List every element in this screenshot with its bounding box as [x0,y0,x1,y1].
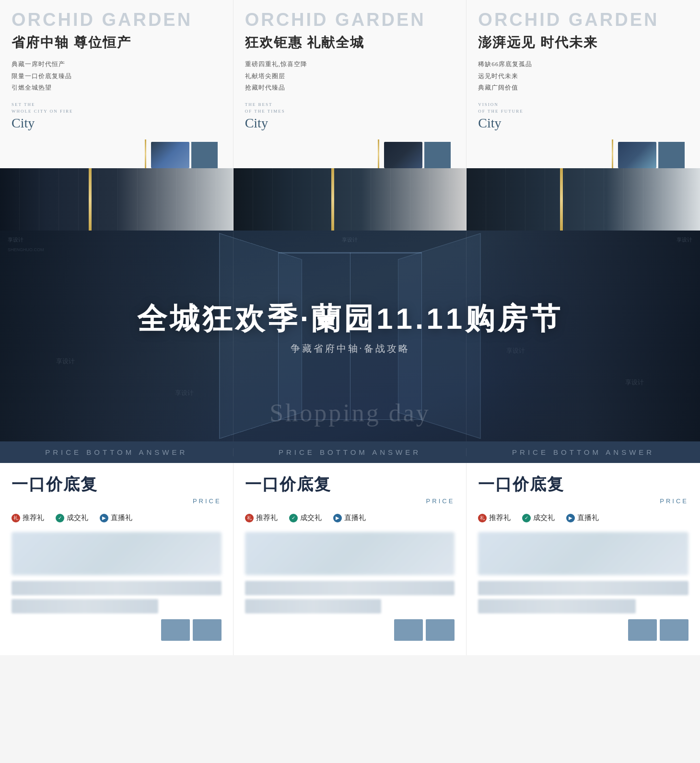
price-en-3: PRICE [478,497,688,505]
arch-art-3 [467,168,700,231]
gold-accent-1 [89,168,92,231]
city-thumb-3 [618,142,656,168]
gift-icon-blue-1: ▶ [100,514,108,522]
price-title-3: 一口价底复 [478,474,688,496]
gift-label-3-1: 推荐礼 [489,513,511,522]
banner-content: 全城狂欢季·蘭园11.11购房节 争藏省府中轴·备战攻略 [0,231,700,441]
sub-item-3-1: 稀缺66席底复孤品 [478,58,688,70]
pba-cell-1: PRICE BOTTOM ANSWER [0,448,233,456]
gift-row-2: 礼 推荐礼 ✓ 成交礼 ▶ 直播礼 [245,513,455,522]
gift-icon-blue-2: ▶ [333,514,342,522]
orchid-title-2: ORCHID GARDEN [245,11,455,29]
gold-line-2 [378,139,379,168]
gift-label-2-2: 成交礼 [300,513,322,522]
sub-item-1-2: 限量一口价底复臻品 [12,70,222,82]
gift-icon-teal-2: ✓ [289,514,298,522]
blurred-small-1b [12,599,158,613]
card-1: ORCHID GARDEN 省府中轴 尊位恒产 典藏一席时代恒产 限量一口价底复… [0,0,233,231]
city-script-2: City [245,116,455,131]
gift-icon-red-1: 礼 [12,514,20,522]
gift-label-1-3: 直播礼 [111,513,132,522]
gift-icon-blue-3: ▶ [566,514,575,522]
city-thumb-2 [384,142,422,168]
gift-item-2-3: ▶ 直播礼 [333,513,366,522]
sub-item-2-3: 抢藏时代臻品 [245,82,455,94]
thumb-sq-1a [161,619,190,641]
bottom-card-2: 一口价底复 PRICE 礼 推荐礼 ✓ 成交礼 ▶ 直播礼 [233,463,467,655]
gift-item-1-1: 礼 推荐礼 [12,513,44,522]
blurred-content-2 [245,532,455,575]
sub-item-2-2: 礼献塔尖圈层 [245,70,455,82]
thumb-pair-3 [478,619,688,641]
gold-line-1 [145,139,146,168]
gold-accent-2 [331,168,334,231]
price-en-2: PRICE [245,497,455,505]
thumb-pair-1 [12,619,222,641]
sub-item-3-2: 远见时代未来 [478,70,688,82]
sub-items-3: 稀缺66席底复孤品 远见时代未来 典藏广阔价值 [478,58,688,94]
en-subtitle-3: VISION OF THE FUTURE [478,102,688,115]
arch-strip-3 [467,168,700,231]
banner-sub-title: 争藏省府中轴·备战攻略 [291,342,410,355]
gift-item-1-3: ▶ 直播礼 [100,513,132,522]
thumb-pair-2 [245,619,455,641]
orchid-title-1: ORCHID GARDEN [12,11,222,29]
orchid-title-3: ORCHID GARDEN [478,11,688,29]
pba-cell-2: PRICE BOTTOM ANSWER [233,448,467,456]
gift-row-3: 礼 推荐礼 ✓ 成交礼 ▶ 直播礼 [478,513,688,522]
price-en-1: PRICE [12,497,222,505]
blue-sq-2 [424,142,451,168]
arch-art-1 [0,168,233,231]
thumb-sq-1b [193,619,222,641]
arch-art-2 [233,168,467,231]
room-lines-3 [467,168,700,231]
thumb-sq-2b [426,619,455,641]
card-3: ORCHID GARDEN 澎湃远见 时代未来 稀缺66席底复孤品 远见时代未来… [467,0,700,231]
price-title-2: 一口价底复 [245,474,455,496]
price-title-1: 一口价底复 [12,474,222,496]
bottom-section: 一口价底复 PRICE 礼 推荐礼 ✓ 成交礼 ▶ 直播礼 一口价底复 PRI [0,463,700,655]
banner-main-title: 全城狂欢季·蘭园11.11购房节 [137,302,563,335]
arch-strip-1 [0,168,233,231]
sub-item-1-3: 引燃全城热望 [12,82,222,94]
thumb-row-1 [12,136,222,168]
city-script-3: City [478,116,688,131]
gift-item-2-1: 礼 推荐礼 [245,513,278,522]
gift-icon-red-2: 礼 [245,514,254,522]
banner-section: 享设计 SHENGHUO.COM 享设计 享设计 [0,231,700,441]
gift-icon-teal-3: ✓ [522,514,531,522]
main-title-3: 澎湃远见 时代未来 [478,34,688,52]
thumb-row-3 [478,136,688,168]
card-1-top: ORCHID GARDEN 省府中轴 尊位恒产 典藏一席时代恒产 限量一口价底复… [0,0,233,168]
pba-bar: PRICE BOTTOM ANSWER PRICE BOTTOM ANSWER … [0,441,700,463]
blurred-small-2b [245,599,381,613]
blurred-small-1a [12,581,222,595]
room-lines-1 [0,168,233,231]
gift-label-1-1: 推荐礼 [23,513,44,522]
pba-cell-3: PRICE BOTTOM ANSWER [467,448,700,456]
gift-label-2-1: 推荐礼 [256,513,278,522]
gift-item-1-2: ✓ 成交礼 [56,513,88,522]
gift-icon-red-3: 礼 [478,514,487,522]
gift-label-1-2: 成交礼 [67,513,88,522]
sub-items-2: 重磅四重礼,惊喜空降 礼献塔尖圈层 抢藏时代臻品 [245,58,455,94]
gift-icon-teal-1: ✓ [56,514,64,522]
blue-sq-1 [191,142,218,168]
blurred-small-3b [478,599,636,613]
thumb-sq-3a [628,619,657,641]
gift-label-2-3: 直播礼 [344,513,366,522]
main-title-2: 狂欢钜惠 礼献全城 [245,34,455,52]
card-2-top: ORCHID GARDEN 狂欢钜惠 礼献全城 重磅四重礼,惊喜空降 礼献塔尖圈… [233,0,467,168]
thumb-sq-3b [660,619,688,641]
gift-item-3-3: ▶ 直播礼 [566,513,599,522]
bottom-card-3: 一口价底复 PRICE 礼 推荐礼 ✓ 成交礼 ▶ 直播礼 [467,463,700,655]
blurred-small-2a [245,581,455,595]
blurred-small-3a [478,581,688,595]
sub-item-2-1: 重磅四重礼,惊喜空降 [245,58,455,70]
card-3-top: ORCHID GARDEN 澎湃远见 时代未来 稀缺66席底复孤品 远见时代未来… [467,0,700,168]
top-cards-row: ORCHID GARDEN 省府中轴 尊位恒产 典藏一席时代恒产 限量一口价底复… [0,0,700,231]
main-title-1: 省府中轴 尊位恒产 [12,34,222,52]
blurred-content-3 [478,532,688,575]
bottom-card-1: 一口价底复 PRICE 礼 推荐礼 ✓ 成交礼 ▶ 直播礼 [0,463,233,655]
sub-item-3-3: 典藏广阔价值 [478,82,688,94]
